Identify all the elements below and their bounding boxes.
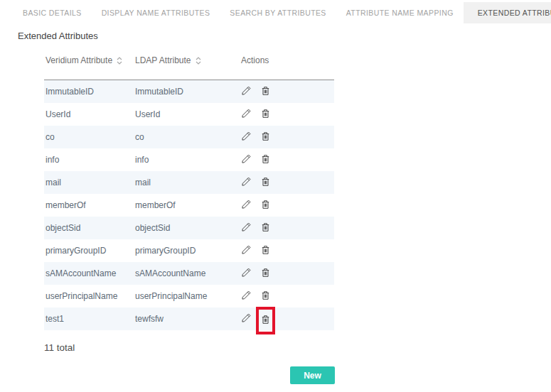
delete-button-wrapper (260, 131, 271, 144)
row-actions-cell (239, 199, 334, 212)
table-row: ImmutableID ImmutableID (44, 80, 334, 103)
pencil-icon (241, 131, 252, 143)
pencil-icon (241, 199, 252, 212)
veridium-attribute-cell: userPrincipalName (44, 291, 135, 301)
column-header-ldap-attribute[interactable]: LDAP Attribute (135, 55, 239, 65)
table-row: info info (44, 148, 334, 171)
ldap-attribute-cell: UserId (135, 109, 239, 119)
edit-button[interactable] (241, 267, 252, 280)
trash-icon (260, 314, 271, 327)
total-count: 11 total (44, 342, 75, 353)
pencil-icon (241, 290, 252, 303)
tab-bar: BASIC DETAILSDISPLAY NAME ATTRIBUTESSEAR… (0, 2, 551, 23)
row-actions-cell (239, 85, 334, 99)
pencil-icon (241, 108, 252, 121)
trash-icon (260, 153, 271, 167)
ldap-attribute-cell: sAMAccountName (135, 268, 239, 278)
ldap-attribute-cell: tewfsfw (135, 314, 239, 324)
table-row: mail mail (44, 171, 334, 194)
veridium-attribute-cell: info (44, 155, 135, 165)
delete-button-wrapper (260, 153, 271, 167)
pencil-icon (241, 222, 252, 234)
row-actions-cell (239, 244, 334, 258)
delete-button[interactable] (260, 108, 271, 121)
pencil-icon (241, 267, 252, 280)
veridium-attribute-cell: mail (44, 178, 135, 187)
delete-button[interactable] (260, 153, 271, 167)
edit-button[interactable] (241, 312, 252, 325)
veridium-attribute-cell: ImmutableID (44, 87, 135, 97)
pencil-icon (241, 312, 252, 325)
ldap-attribute-cell: mail (135, 178, 239, 187)
edit-button[interactable] (241, 85, 252, 98)
new-button[interactable]: New (290, 366, 335, 384)
edit-button[interactable] (241, 290, 252, 303)
trash-icon (260, 199, 271, 212)
delete-button-wrapper (260, 199, 271, 212)
sort-chevrons-icon[interactable] (196, 57, 201, 65)
row-actions-cell (239, 267, 334, 281)
trash-icon (260, 108, 271, 121)
delete-button[interactable] (260, 85, 271, 99)
trash-icon (260, 85, 271, 99)
row-actions-cell (239, 305, 334, 333)
delete-button-wrapper (260, 222, 271, 235)
delete-button-wrapper (260, 290, 271, 303)
ldap-attribute-cell: ImmutableID (135, 87, 239, 97)
trash-icon (260, 131, 271, 144)
delete-button-wrapper (260, 108, 271, 121)
delete-button[interactable] (260, 267, 271, 281)
column-header-actions: Actions (239, 55, 334, 65)
veridium-attribute-cell: objectSid (44, 223, 135, 233)
veridium-attribute-cell: primaryGroupID (44, 246, 135, 256)
delete-button-wrapper (260, 244, 271, 258)
delete-button[interactable] (260, 131, 271, 144)
extended-attributes-table: Veridium Attribute LDAP Attribute Action… (44, 54, 334, 330)
ldap-attribute-cell: co (135, 132, 239, 142)
delete-button[interactable] (260, 199, 271, 212)
section-title: Extended Attributes (18, 31, 98, 41)
row-actions-cell (239, 108, 334, 121)
row-actions-cell (239, 222, 334, 235)
column-header-label: Veridium Attribute (46, 55, 112, 65)
tab-basic-details[interactable]: BASIC DETAILS (13, 2, 92, 23)
edit-button[interactable] (241, 131, 252, 143)
table-header-row: Veridium Attribute LDAP Attribute Action… (44, 54, 334, 80)
edit-button[interactable] (241, 176, 252, 189)
ldap-attribute-cell: info (135, 155, 239, 165)
edit-button[interactable] (241, 199, 252, 212)
tab-extended-attributes[interactable]: EXTENDED ATTRIBUTES (464, 2, 551, 23)
ldap-attribute-cell: primaryGroupID (135, 246, 239, 256)
tab-display-name-attributes[interactable]: DISPLAY NAME ATTRIBUTES (92, 2, 220, 23)
column-header-veridium-attribute[interactable]: Veridium Attribute (44, 55, 135, 65)
tab-search-by-attributes[interactable]: SEARCH BY ATTRIBUTES (220, 2, 336, 23)
delete-button-wrapper (260, 267, 271, 281)
delete-button-wrapper (260, 85, 271, 99)
sort-chevrons-icon[interactable] (117, 57, 122, 65)
trash-icon (260, 290, 271, 303)
pencil-icon (241, 176, 252, 189)
edit-button[interactable] (241, 244, 252, 257)
trash-icon (260, 222, 271, 235)
delete-button[interactable] (260, 222, 271, 235)
pencil-icon (241, 244, 252, 257)
delete-button[interactable] (260, 176, 271, 190)
table-row: memberOf memberOf (44, 194, 334, 217)
delete-button[interactable] (260, 290, 271, 303)
pencil-icon (241, 85, 252, 98)
edit-button[interactable] (241, 108, 252, 121)
row-actions-cell (239, 290, 334, 303)
row-actions-cell (239, 176, 334, 190)
table-row: test1 tewfsfw (44, 307, 334, 330)
veridium-attribute-cell: co (44, 132, 135, 142)
column-header-label: LDAP Attribute (135, 55, 191, 65)
tab-attribute-name-mapping[interactable]: ATTRIBUTE NAME MAPPING (336, 2, 464, 23)
edit-button[interactable] (241, 222, 252, 234)
row-actions-cell (239, 153, 334, 167)
table-row: userPrincipalName userPrincipalName (44, 285, 334, 307)
veridium-attribute-cell: memberOf (44, 200, 135, 210)
edit-button[interactable] (241, 153, 252, 166)
table-row: co co (44, 126, 334, 148)
delete-button[interactable] (260, 244, 271, 258)
delete-button[interactable] (260, 314, 271, 327)
